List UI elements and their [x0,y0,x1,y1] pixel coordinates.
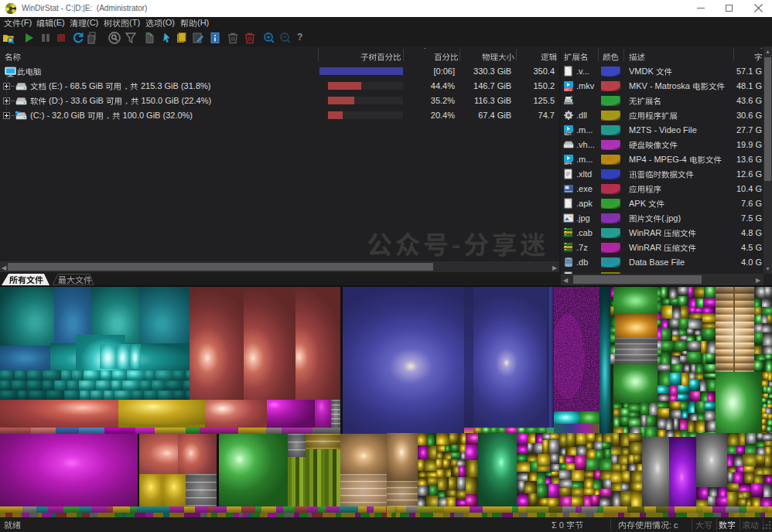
svg-text:M2T: M2T [565,132,572,135]
svg-text:MKV: MKV [565,88,572,91]
svg-text:MP4: MP4 [565,162,572,165]
